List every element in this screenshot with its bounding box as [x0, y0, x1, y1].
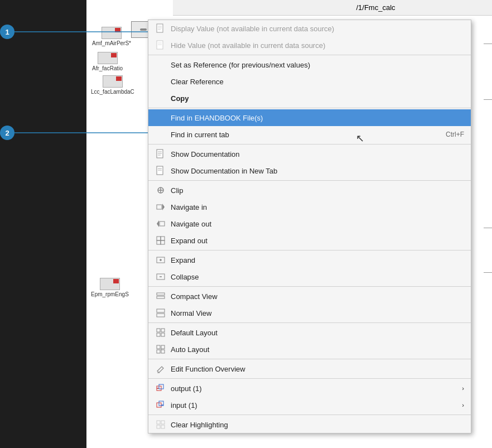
node-amf: Amf_mAirPerS*	[92, 27, 131, 46]
doc-icon-show	[155, 148, 166, 160]
menu-label-expand-out: Expand out	[171, 237, 464, 245]
svg-rect-34	[157, 309, 165, 312]
menu-label-normal-view: Normal View	[171, 309, 464, 317]
compact-view-icon	[155, 291, 166, 302]
svg-rect-55	[161, 425, 165, 428]
menu-item-find-current-tab[interactable]: Find in current tab Ctrl+F	[148, 126, 471, 143]
menu-item-clip[interactable]: Clip	[148, 182, 471, 199]
node-epm: Epm_rpmEngS	[91, 278, 129, 297]
output-icon	[155, 383, 166, 394]
separator-9	[148, 378, 471, 379]
svg-rect-32	[157, 293, 165, 295]
menu-item-show-doc-new-tab[interactable]: Show Documentation in New Tab	[148, 162, 471, 179]
menu-label-input: input (1)	[171, 401, 457, 410]
svg-rect-39	[161, 333, 165, 336]
menu-item-collapse[interactable]: Collapse	[148, 268, 471, 285]
svg-rect-23	[157, 237, 161, 240]
node-red-amf	[115, 28, 120, 32]
menu-label-find-ehandbook: Find in EHANDBOOK File(s)	[171, 114, 464, 122]
menu-item-navigate-in[interactable]: Navigate in	[148, 199, 471, 215]
node-lcc: Lcc_facLambdaC	[91, 75, 134, 95]
menu-label-set-reference: Set as Reference (for previous/next valu…	[171, 61, 464, 69]
menu-item-expand-out[interactable]: Expand out	[148, 232, 471, 249]
svg-rect-33	[157, 296, 165, 298]
menu-label-hide-value: Hide Value (not available in current dat…	[171, 41, 464, 50]
separator-6	[148, 286, 471, 287]
separator-2	[148, 108, 471, 108]
clip-icon	[155, 185, 166, 196]
normal-view-icon	[155, 307, 166, 319]
menu-item-navigate-out[interactable]: Navigate out	[148, 215, 471, 232]
empty-icon-3	[155, 93, 166, 104]
menu-label-show-doc: Show Documentation	[171, 150, 464, 158]
svg-rect-35	[157, 314, 165, 317]
svg-rect-53	[161, 421, 165, 424]
context-menu: Display Value (not available in current …	[148, 20, 471, 433]
node-label-epm: Epm_rpmEngS	[91, 291, 129, 297]
submenu-arrow-output: ›	[462, 385, 464, 392]
menu-label-display-value: Display Value (not available in current …	[171, 25, 464, 33]
menu-item-expand[interactable]: Expand	[148, 252, 471, 268]
menu-item-show-doc[interactable]: Show Documentation	[148, 146, 471, 162]
menu-item-normal-view[interactable]: Normal View	[148, 305, 471, 321]
doc-icon-hide	[155, 40, 166, 51]
svg-marker-22	[157, 220, 159, 227]
menu-item-copy[interactable]: Copy	[148, 90, 471, 107]
left-panel	[0, 0, 86, 448]
svg-rect-42	[157, 350, 160, 353]
menu-item-output[interactable]: output (1) ›	[148, 380, 471, 397]
menu-item-edit-function[interactable]: Edit Function Overview	[148, 360, 471, 377]
node-red-epm	[113, 279, 119, 283]
navigate-in-icon	[155, 201, 166, 213]
svg-rect-43	[161, 350, 165, 353]
menu-item-clear-highlighting[interactable]: Clear Highlighting	[148, 416, 471, 433]
node-label-lcc: Lcc_facLambdaC	[91, 89, 134, 95]
menu-item-clear-reference[interactable]: Clear Reference	[148, 73, 471, 90]
menu-label-collapse: Collapse	[171, 273, 464, 281]
edit-icon	[155, 363, 166, 374]
block-symbol	[140, 28, 147, 31]
svg-marker-20	[162, 204, 165, 210]
separator-8	[148, 359, 471, 359]
doc-icon-new-tab	[155, 165, 166, 176]
separator-1	[148, 55, 471, 55]
svg-rect-54	[157, 425, 160, 428]
menu-label-navigate-in: Navigate in	[171, 203, 464, 211]
separator-3	[148, 144, 471, 144]
menu-label-copy: Copy	[171, 94, 464, 103]
node-icon-amf	[102, 27, 122, 39]
svg-rect-52	[157, 421, 160, 424]
input-icon	[155, 399, 166, 411]
expand-icon	[155, 254, 166, 266]
menu-label-expand: Expand	[171, 256, 464, 264]
menu-item-compact-view[interactable]: Compact View	[148, 288, 471, 305]
menu-item-find-ehandbook[interactable]: Find in EHANDBOOK File(s)	[148, 109, 471, 126]
ruler-mark-3	[484, 228, 492, 228]
menu-item-auto-layout[interactable]: Auto Layout	[148, 341, 471, 358]
doc-icon-display	[155, 23, 166, 34]
svg-rect-41	[161, 345, 165, 349]
menu-label-find-current-tab: Find in current tab	[171, 131, 435, 139]
svg-rect-24	[161, 237, 165, 240]
menu-item-display-value[interactable]: Display Value (not available in current …	[148, 20, 471, 37]
menu-label-clip: Clip	[171, 186, 464, 195]
menu-item-input[interactable]: input (1) ›	[148, 397, 471, 413]
svg-rect-21	[160, 221, 165, 226]
node-label-amf: Amf_mAirPerS*	[92, 40, 131, 46]
menu-label-output: output (1)	[171, 384, 457, 393]
node-icon-epm	[100, 278, 120, 290]
svg-rect-40	[157, 345, 160, 349]
svg-rect-26	[161, 240, 165, 244]
svg-rect-19	[157, 205, 162, 209]
svg-rect-25	[157, 240, 161, 244]
menu-item-default-layout[interactable]: Default Layout	[148, 324, 471, 341]
auto-layout-icon	[155, 344, 166, 355]
ruler-mark-1	[484, 44, 492, 44]
menu-label-edit-function: Edit Function Overview	[171, 365, 464, 373]
separator-10	[148, 415, 471, 415]
empty-icon-5	[155, 129, 166, 140]
menu-item-set-reference[interactable]: Set as Reference (for previous/next valu…	[148, 56, 471, 73]
right-ruler	[481, 16, 492, 448]
menu-item-hide-value[interactable]: Hide Value (not available in current dat…	[148, 37, 471, 54]
shortcut-find: Ctrl+F	[446, 131, 464, 138]
